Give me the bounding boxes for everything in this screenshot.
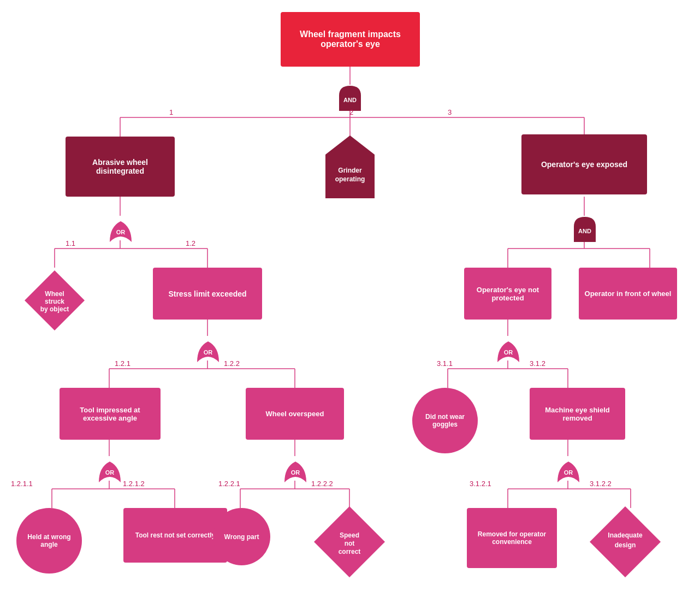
fault-tree-diagram: Wheel fragment impacts operator's eye AN… (0, 0, 700, 591)
label-1: 1 (169, 108, 173, 116)
label-1211: 1.2.1.1 (11, 480, 33, 488)
or-gate-121: OR (96, 456, 123, 482)
and-gate-top: AND (336, 85, 364, 111)
svg-text:OR: OR (116, 229, 126, 235)
or-gate-1: OR (107, 216, 134, 242)
svg-text:operating: operating (335, 175, 365, 183)
label-12: 1.2 (186, 239, 195, 247)
node-32: Operator in front of wheel (579, 268, 677, 320)
svg-text:OR: OR (564, 469, 573, 476)
svg-text:AND: AND (343, 97, 357, 103)
svg-text:OR: OR (291, 469, 300, 476)
label-3: 3 (448, 108, 452, 116)
node-12: Stress limit exceeded (153, 268, 262, 320)
svg-text:design: design (615, 541, 636, 549)
node-311: Did not wear goggles (412, 388, 478, 453)
node-312: Machine eye shield removed (530, 388, 625, 440)
label-3121: 3.1.2.1 (470, 480, 491, 488)
label-11: 1.1 (66, 239, 75, 247)
svg-text:correct: correct (339, 548, 361, 555)
svg-text:OR: OR (105, 469, 115, 476)
label-311: 3.1.1 (437, 359, 453, 368)
and-gate-3: AND (571, 216, 598, 242)
node-1222: Speed not correct (311, 504, 388, 580)
node-3122: Inadequate design (587, 504, 663, 580)
svg-text:AND: AND (578, 228, 591, 234)
node-3121: Removed for operator convenience (467, 508, 557, 568)
or-gate-312: OR (555, 456, 582, 482)
svg-text:Grinder: Grinder (338, 167, 362, 174)
node-1212: Tool rest not set correctly (123, 508, 227, 563)
label-2: 2 (349, 108, 353, 116)
node-3: Operator's eye exposed (521, 134, 647, 194)
node-1221: Wrong part (213, 508, 270, 565)
svg-text:not: not (345, 540, 355, 547)
label-1212: 1.2.1.2 (123, 480, 145, 488)
label-3122: 3.1.2.2 (590, 480, 612, 488)
node-2: Grinder operating (325, 135, 375, 198)
node-1211: Held at wrong angle (16, 508, 82, 574)
node-122: Wheel overspeed (246, 388, 344, 440)
root-node: Wheel fragment impacts operator's eye (281, 12, 420, 67)
node-31: Operator's eye not protected (464, 268, 551, 320)
svg-text:OR: OR (204, 349, 213, 356)
or-gate-31: OR (495, 336, 522, 362)
label-1222: 1.2.2.2 (311, 480, 333, 488)
svg-text:OR: OR (504, 349, 513, 356)
label-1221: 1.2.2.1 (218, 480, 240, 488)
label-122: 1.2.2 (224, 359, 240, 368)
label-121: 1.2.1 (115, 359, 130, 368)
svg-text:by object: by object (40, 305, 69, 313)
svg-text:Speed: Speed (340, 531, 359, 539)
node-121: Tool impressed at excessive angle (60, 388, 161, 440)
node-1: Abrasive wheel disintegrated (66, 137, 175, 197)
svg-text:struck: struck (45, 298, 64, 305)
label-312: 3.1.2 (530, 359, 545, 368)
node-11: Wheel struck by object (22, 268, 87, 333)
or-gate-12: OR (194, 336, 222, 362)
svg-text:Wheel: Wheel (45, 290, 64, 298)
svg-text:Inadequate: Inadequate (608, 531, 643, 539)
or-gate-122: OR (282, 456, 309, 482)
